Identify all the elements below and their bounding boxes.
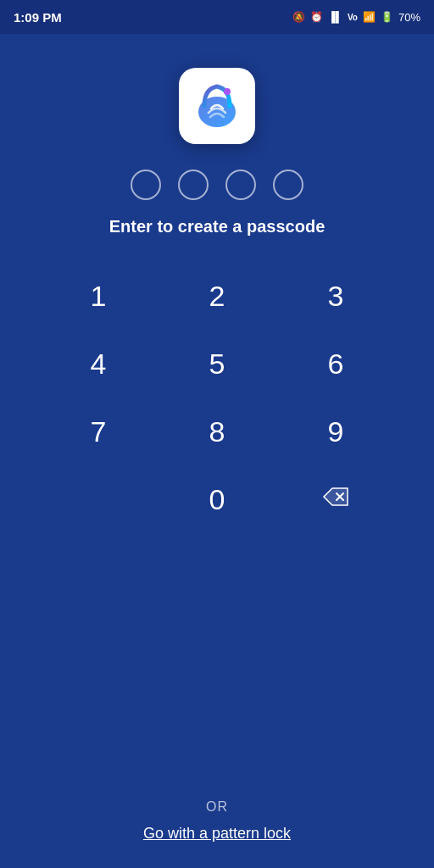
key-empty xyxy=(56,465,141,533)
passcode-dot-4 xyxy=(273,170,303,200)
battery-icon: 🔋 xyxy=(381,11,393,23)
key-backspace[interactable] xyxy=(293,465,378,533)
app-icon-svg xyxy=(187,76,247,136)
volte-icon: Vo xyxy=(348,13,358,22)
battery-level: 70% xyxy=(398,11,420,24)
numpad: 1 2 3 4 5 6 7 8 9 0 xyxy=(39,262,395,533)
key-3[interactable]: 3 xyxy=(293,262,378,330)
signal-icon: ▐▌ xyxy=(328,11,342,23)
passcode-dot-1 xyxy=(131,170,161,200)
passcode-dots xyxy=(131,170,303,200)
alarm-icon: ⏰ xyxy=(310,11,323,23)
mute-icon: 🔕 xyxy=(292,11,305,23)
svg-point-1 xyxy=(224,88,231,95)
key-8[interactable]: 8 xyxy=(175,398,259,465)
or-label: OR xyxy=(206,799,228,815)
key-2[interactable]: 2 xyxy=(175,262,259,330)
wifi-icon: 📶 xyxy=(363,11,376,23)
instruction-text: Enter to create a passcode xyxy=(109,217,326,236)
numpad-row-1: 1 2 3 xyxy=(39,262,395,330)
main-content: Enter to create a passcode 1 2 3 4 5 6 7… xyxy=(0,34,434,868)
bottom-section: OR Go with a pattern lock xyxy=(143,799,291,868)
pattern-lock-link[interactable]: Go with a pattern lock xyxy=(143,825,291,843)
status-time: 1:09 PM xyxy=(14,10,62,25)
key-5[interactable]: 5 xyxy=(175,330,259,398)
key-7[interactable]: 7 xyxy=(56,398,141,465)
key-9[interactable]: 9 xyxy=(293,398,378,465)
key-0[interactable]: 0 xyxy=(175,465,259,533)
app-icon xyxy=(179,68,255,144)
numpad-row-2: 4 5 6 xyxy=(39,330,395,398)
status-icons: 🔕 ⏰ ▐▌ Vo 📶 🔋 70% xyxy=(292,11,420,24)
numpad-row-3: 7 8 9 xyxy=(39,398,395,465)
status-bar: 1:09 PM 🔕 ⏰ ▐▌ Vo 📶 🔋 70% xyxy=(0,0,434,34)
passcode-dot-3 xyxy=(225,170,256,200)
passcode-dot-2 xyxy=(178,170,209,200)
numpad-row-4: 0 xyxy=(39,465,395,533)
key-4[interactable]: 4 xyxy=(56,330,141,398)
key-6[interactable]: 6 xyxy=(293,330,378,398)
backspace-icon xyxy=(322,487,349,513)
key-1[interactable]: 1 xyxy=(56,262,141,330)
